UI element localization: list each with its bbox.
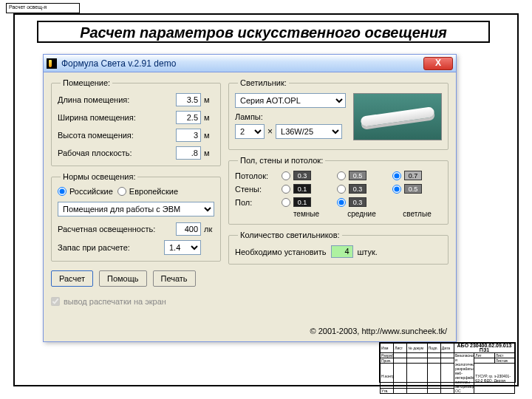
floor-label: Пол:: [235, 198, 276, 207]
room-height-input[interactable]: [176, 129, 201, 142]
count-group: Количество светильников: Необходимо уста…: [228, 231, 449, 265]
corner-tag: Расчет освещ-я: [6, 3, 80, 13]
room-legend: Помещение:: [61, 78, 112, 87]
window-title: Формула Света v.2.91 demo: [61, 58, 423, 69]
work-plane-input[interactable]: [176, 146, 201, 160]
walls-03[interactable]: 0.3: [337, 184, 386, 194]
work-plane-label: Рабочая плоскость:: [58, 149, 176, 157]
page-title: Расчет параметров искусственного освещен…: [37, 21, 490, 43]
floor-01[interactable]: 0.1: [282, 197, 331, 207]
ceiling-03[interactable]: 0.3: [282, 171, 331, 180]
help-button[interactable]: Помощь: [99, 270, 147, 287]
fixture-image: [353, 93, 442, 140]
norms-rus[interactable]: Российские: [58, 187, 113, 196]
norms-group: Нормы освещения: Российские Европейские …: [51, 172, 221, 262]
fixture-group: Светильник: Серия AOT.OPL Лампы: 2 ×: [228, 78, 449, 150]
room-width-input[interactable]: [176, 111, 201, 124]
norms-legend: Нормы освещения:: [61, 172, 137, 181]
room-height-label: Высота помещения:: [58, 131, 176, 140]
close-button[interactable]: X: [423, 57, 453, 70]
fixture-series-select[interactable]: Серия AOT.OPL: [235, 93, 346, 108]
walls-05[interactable]: 0.5: [392, 184, 442, 194]
mid-label: средние: [337, 210, 386, 218]
norms-eur[interactable]: Европейские: [117, 187, 178, 196]
light-label: светлые: [392, 210, 442, 218]
count-need-label: Необходимо установить: [235, 248, 327, 256]
room-length-input[interactable]: [176, 93, 201, 106]
illum-input[interactable]: [176, 222, 201, 236]
reserve-label: Запас при расчете:: [58, 243, 164, 252]
multiply-icon: ×: [267, 126, 273, 137]
ceiling-05[interactable]: 0.5: [337, 171, 386, 180]
app-window: Формула Света v.2.91 demo X Помещение: Д…: [43, 54, 457, 342]
room-width-label: Ширина помещения:: [58, 113, 176, 122]
walls-label: Стены:: [235, 185, 276, 194]
copyright: © 2001-2003, http://www.suncheek.tk/: [310, 327, 447, 335]
lamp-icon: [361, 106, 435, 127]
screen-output-checkbox[interactable]: [51, 297, 60, 306]
surfaces-group: Пол, стены и потолок: Потолок: 0.3 0.5 0…: [228, 156, 449, 225]
print-button[interactable]: Печать: [153, 270, 196, 287]
app-icon: [47, 58, 57, 69]
reserve-select[interactable]: 1.4: [164, 240, 201, 255]
fixture-legend: Светильник:: [238, 78, 289, 87]
room-type-select[interactable]: Помещения для работы с ЭВМ: [58, 202, 214, 216]
count-units: штук.: [358, 248, 378, 256]
floor-03[interactable]: 0.3: [337, 197, 386, 207]
dark-label: темные: [282, 210, 331, 218]
lamp-count-select[interactable]: 2: [235, 124, 265, 139]
titlebar: Формула Света v.2.91 demo X: [44, 55, 456, 72]
count-legend: Количество светильников:: [238, 231, 342, 239]
drawing-stamp: Изм Лист № докум Подп. Дата АБО 230400.6…: [379, 342, 516, 383]
count-value: 4: [331, 245, 353, 258]
calc-button[interactable]: Расчет: [51, 270, 93, 287]
unit-m: м: [204, 95, 214, 104]
illum-label: Расчетная освещенность:: [58, 225, 176, 233]
lamp-type-select[interactable]: L36W/25: [276, 124, 342, 139]
room-length-label: Длина помещения:: [58, 95, 176, 104]
surfaces-legend: Пол, стены и потолок:: [238, 156, 325, 165]
walls-01[interactable]: 0.1: [282, 184, 331, 194]
room-group: Помещение: Длина помещения: м Ширина пом…: [51, 78, 221, 166]
unit-lux: лк: [204, 225, 214, 233]
ceiling-07[interactable]: 0.7: [392, 171, 442, 180]
lamps-label: Лампы:: [235, 112, 346, 121]
screen-output-label: вывод распечатки на экран: [64, 297, 166, 306]
ceiling-label: Потолок:: [235, 171, 276, 180]
